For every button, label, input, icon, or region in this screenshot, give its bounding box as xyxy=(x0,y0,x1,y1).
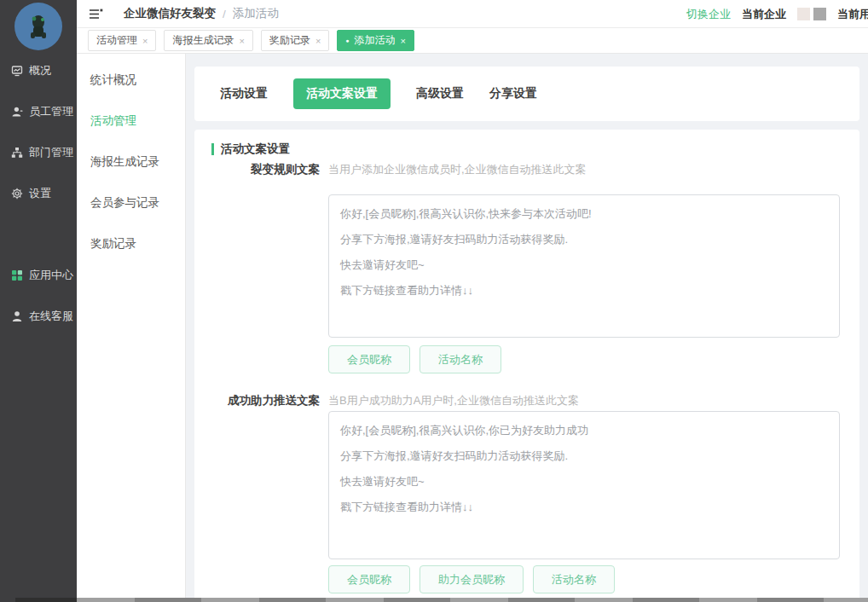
assist-success-copy-textarea[interactable]: 你好,[会员昵称],很高兴认识你,你已为好友助力成功 分享下方海报,邀请好友扫码… xyxy=(328,411,840,559)
close-icon[interactable]: × xyxy=(401,36,406,46)
tab-activity-settings[interactable]: 活动设置 xyxy=(220,86,268,101)
staff-icon xyxy=(11,106,23,118)
workspace-tab-add-activity[interactable]: ● 添加活动 × xyxy=(337,30,414,51)
sidebar-item-label: 在线客服 xyxy=(29,309,73,324)
insert-activity-name-button[interactable]: 活动名称 xyxy=(420,345,501,373)
primary-sidebar: 概况 员工管理 部门管理 xyxy=(0,0,77,602)
fission-rule-copy-textarea[interactable]: 你好,[会员昵称],很高兴认识你,快来参与本次活动吧! 分享下方海报,邀请好友扫… xyxy=(328,194,840,338)
mascot-logo-image xyxy=(24,12,53,41)
tab-advanced-settings[interactable]: 高级设置 xyxy=(416,86,464,101)
current-user-label: 当前用户 xyxy=(837,7,868,22)
submenu-item-reward-records[interactable]: 奖励记录 xyxy=(90,236,136,252)
secondary-sidebar: 统计概况 活动管理 海报生成记录 会员参与记录 奖励记录 xyxy=(77,54,186,602)
sidebar-item-label: 员工管理 xyxy=(29,104,73,119)
current-company-label: 当前企业 xyxy=(742,7,786,22)
sidebar-item-label: 部门管理 xyxy=(29,145,73,160)
sidebar-item-overview[interactable]: 概况 xyxy=(0,61,77,80)
section-header: 活动文案设置 xyxy=(211,142,290,157)
screenshot-edge-artifact xyxy=(15,598,77,602)
switch-company-link[interactable]: 切换企业 xyxy=(686,7,731,22)
section-accent-bar xyxy=(211,143,214,155)
insert-variable-buttons: 会员昵称 活动名称 xyxy=(328,345,501,373)
apps-icon xyxy=(11,269,23,281)
sidebar-item-label: 应用中心 xyxy=(29,268,73,283)
sidebar-item-label: 概况 xyxy=(29,63,51,78)
sidebar-item-department[interactable]: 部门管理 xyxy=(0,143,77,162)
department-icon xyxy=(11,147,23,159)
settings-tabs-card: 活动设置 活动文案设置 高级设置 分享设置 xyxy=(194,67,859,121)
submenu-item-stats-overview[interactable]: 统计概况 xyxy=(90,72,136,88)
workspace-tab-label: 活动管理 xyxy=(96,33,137,48)
submenu-item-poster-records[interactable]: 海报生成记录 xyxy=(90,154,159,170)
field-label-assist-success-copy: 成功助力推送文案 xyxy=(194,393,320,408)
workspace-tabbar: 活动管理 × 海报生成记录 × 奖励记录 × ● 添加活动 × xyxy=(77,28,868,54)
insert-assist-member-nickname-button[interactable]: 助力会员昵称 xyxy=(420,565,524,593)
dashboard-icon xyxy=(11,65,23,77)
breadcrumb: 企业微信好友裂变 / 添加活动 xyxy=(124,6,279,21)
workspace-tab-label: 奖励记录 xyxy=(269,33,310,48)
sidebar-item-app-center[interactable]: 应用中心 xyxy=(0,266,77,285)
workspace-tab-reward-records[interactable]: 奖励记录 × xyxy=(261,30,329,51)
sidebar-item-settings[interactable]: 设置 xyxy=(0,184,77,203)
breadcrumb-root[interactable]: 企业微信好友裂变 xyxy=(124,6,216,21)
support-icon xyxy=(11,310,23,322)
close-icon[interactable]: × xyxy=(315,36,321,46)
close-icon[interactable]: × xyxy=(142,36,148,46)
field-label-fission-rule-copy: 裂变规则文案 xyxy=(194,162,320,177)
screenshot-edge-artifact xyxy=(77,598,868,602)
copy-settings-form-card: 活动文案设置 裂变规则文案 当用户添加企业微信成员时,企业微信自动推送此文案 你… xyxy=(194,130,859,602)
app-logo[interactable] xyxy=(14,3,62,50)
tab-share-settings[interactable]: 分享设置 xyxy=(489,86,537,101)
sidebar-item-staff[interactable]: 员工管理 xyxy=(0,102,77,121)
tab-activity-copy-settings[interactable]: 活动文案设置 xyxy=(293,78,391,109)
field-hint: 当用户添加企业微信成员时,企业微信自动推送此文案 xyxy=(328,162,587,177)
workspace-tab-poster-records[interactable]: 海报生成记录 × xyxy=(164,30,252,51)
section-title: 活动文案设置 xyxy=(221,142,290,157)
insert-variable-buttons: 会员昵称 助力会员昵称 活动名称 xyxy=(328,565,615,593)
workspace-tab-activity-management[interactable]: 活动管理 × xyxy=(88,30,156,51)
insert-activity-name-button[interactable]: 活动名称 xyxy=(533,565,615,593)
insert-member-nickname-button[interactable]: 会员昵称 xyxy=(328,565,410,593)
workspace-tab-label: 添加活动 xyxy=(355,33,396,48)
sidebar-item-online-support[interactable]: 在线客服 xyxy=(0,307,77,326)
sidebar-item-label: 设置 xyxy=(29,186,51,201)
redacted-company-name xyxy=(797,8,810,20)
redacted-company-name xyxy=(813,8,826,20)
insert-member-nickname-button[interactable]: 会员昵称 xyxy=(328,345,410,373)
active-dot-icon: ● xyxy=(345,38,349,43)
workspace-tab-label: 海报生成记录 xyxy=(172,33,234,48)
settings-icon xyxy=(11,188,23,200)
top-header: 企业微信好友裂变 / 添加活动 切换企业 当前企业 当前用户 xyxy=(77,0,868,28)
main-content: 活动设置 活动文案设置 高级设置 分享设置 活动文案设置 裂变规则文案 当用户添… xyxy=(186,54,868,602)
collapse-menu-icon[interactable] xyxy=(89,8,103,20)
submenu-item-member-participation[interactable]: 会员参与记录 xyxy=(90,195,159,211)
submenu-item-activity-management[interactable]: 活动管理 xyxy=(90,113,136,129)
breadcrumb-separator: / xyxy=(223,8,226,20)
breadcrumb-current: 添加活动 xyxy=(233,6,279,21)
topbar-right: 切换企业 当前企业 当前用户 xyxy=(686,0,868,28)
field-hint: 当B用户成功助力A用户时,企业微信自动推送此文案 xyxy=(328,393,579,408)
close-icon[interactable]: × xyxy=(239,36,244,46)
